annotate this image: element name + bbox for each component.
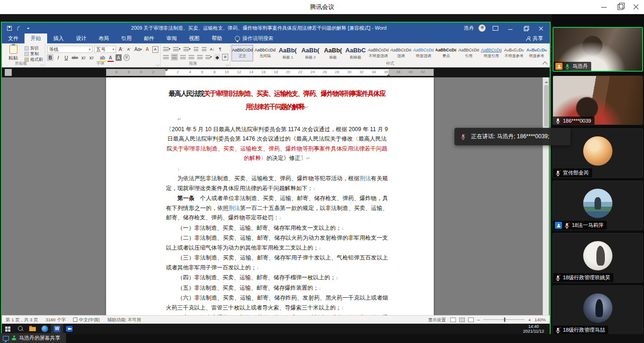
taskbar-meeting-icon[interactable]: [63, 324, 75, 334]
word-close-button[interactable]: [536, 25, 546, 32]
ribbon-tab-引用[interactable]: 引用: [115, 33, 138, 43]
ribbon-tab-审阅[interactable]: 审阅: [160, 33, 183, 43]
account-name[interactable]: 浩丹: [464, 25, 474, 32]
multilevel-list-button[interactable]: ▾: [183, 46, 191, 52]
cut-button[interactable]: 剪切: [25, 46, 43, 51]
word-count[interactable]: 3180 个字: [42, 316, 70, 324]
ribbon-tab-设计[interactable]: 设计: [70, 33, 92, 43]
ribbon-tab-布局[interactable]: 布局: [92, 33, 115, 43]
phonetic-guide-button[interactable]: A: [152, 46, 158, 53]
account-avatar[interactable]: [479, 25, 486, 32]
style-正文[interactable]: AaBbCcDd正文: [231, 45, 253, 61]
undo-icon[interactable]: [16, 25, 22, 31]
style-标题[interactable]: AaBb(标题: [322, 45, 344, 61]
shading-button[interactable]: ◆: [214, 54, 220, 60]
participant-tile-18法一马莉萍[interactable]: 18法一马莉萍: [553, 181, 643, 230]
style-强调[interactable]: AaBbCcDd强调: [390, 45, 412, 61]
word-minimize-button[interactable]: [505, 25, 516, 32]
style-不明显强调[interactable]: AaBbCcDd不明显强调: [367, 45, 389, 61]
ribbon-tab-开始[interactable]: 开始: [25, 33, 47, 43]
tell-me-search[interactable]: 操作说明搜索: [235, 33, 273, 43]
zoom-out-button[interactable]: −: [477, 317, 480, 323]
participant-tile-186****0039[interactable]: 186****0039: [553, 75, 643, 125]
paragraph-dialog-launcher[interactable]: [226, 63, 230, 67]
show-marks-button[interactable]: ¶: [217, 46, 223, 52]
change-case-button[interactable]: Aa▾: [134, 46, 142, 53]
underline-button[interactable]: U: [63, 54, 69, 61]
style-引用[interactable]: AaBbCcDd引用: [458, 45, 479, 61]
display-settings-button[interactable]: 显示设置: [427, 316, 447, 324]
read-mode-view-button[interactable]: [450, 318, 456, 322]
zoom-slider[interactable]: [483, 319, 525, 320]
taskbar-search-icon[interactable]: [14, 324, 26, 334]
sort-button[interactable]: A↓: [209, 46, 215, 52]
grow-font-button[interactable]: Aˆ: [118, 46, 124, 53]
taskbar-folder-icon[interactable]: [26, 324, 39, 334]
decrease-indent-button[interactable]: [193, 46, 199, 52]
font-color-button[interactable]: A: [107, 54, 114, 61]
close-button[interactable]: [628, 0, 644, 14]
style-标题 1[interactable]: AaBb(标题 1: [277, 45, 298, 61]
style-明显引用[interactable]: AaBbCcDd明显引用: [480, 45, 502, 61]
bold-button[interactable]: B: [47, 54, 53, 61]
horizontal-ruler[interactable]: 8642246810121416182022242628303234363840…: [106, 69, 434, 76]
page-indicator[interactable]: 第 1 页，共 3 页: [2, 316, 42, 324]
copy-button[interactable]: 复制: [25, 51, 43, 57]
vertical-scrollbar[interactable]: [543, 77, 549, 315]
save-icon[interactable]: [7, 25, 12, 31]
print-layout-view-button[interactable]: [459, 318, 465, 322]
accessibility-status[interactable]: 辅助功能: 不可用: [104, 316, 145, 324]
align-left-button[interactable]: [163, 54, 169, 60]
hyperlink-text[interactable]: 刑法: [360, 175, 371, 182]
paste-button[interactable]: 粘贴: [4, 45, 23, 61]
taskbar-word-icon[interactable]: [51, 324, 63, 334]
document-page[interactable]: 最高人民法院关于审理非法制造、买卖、运输枪支、弹药、爆炸物等刑事案件具体应用法律…: [106, 77, 434, 315]
scrollbar-thumb[interactable]: [544, 85, 548, 126]
borders-button[interactable]: ⊞: [222, 54, 228, 60]
ribbon-tab-帮助[interactable]: 帮助: [206, 33, 228, 43]
taskbar-clock[interactable]: 14:40 2021/11/12: [523, 324, 550, 334]
ribbon-tab-视图[interactable]: 视图: [183, 33, 206, 43]
ribbon-display-options-icon[interactable]: [490, 25, 501, 32]
qat-dropdown-icon[interactable]: [25, 25, 31, 31]
clipboard-dialog-launcher[interactable]: [41, 63, 44, 67]
shrink-font-button[interactable]: Aˇ: [126, 46, 132, 53]
hyperlink-text[interactable]: 刑法: [229, 205, 240, 211]
clear-formatting-button[interactable]: A: [144, 46, 150, 53]
zoom-level[interactable]: 140%: [535, 317, 546, 322]
participant-tile-18级行政管理班姚昊[interactable]: 18级行政管理班姚昊: [553, 233, 643, 283]
font-size-combobox[interactable]: 五号▾: [94, 46, 116, 53]
font-dialog-launcher[interactable]: [156, 63, 159, 67]
first-line-indent-marker[interactable]: [165, 69, 168, 73]
font-family-combobox[interactable]: 等线▾: [47, 46, 92, 53]
taskbar-edge-icon[interactable]: [39, 324, 51, 334]
zoom-in-button[interactable]: +: [528, 317, 531, 323]
style-副标题[interactable]: AaBbC副标题: [345, 45, 366, 61]
share-button[interactable]: 共享: [520, 33, 550, 43]
style-无间隔[interactable]: AaBbCcDd无间隔: [254, 45, 276, 61]
distribute-button[interactable]: [197, 54, 203, 60]
justify-button[interactable]: [188, 54, 195, 60]
align-right-button[interactable]: [180, 54, 186, 60]
subscript-button[interactable]: x2: [81, 54, 87, 61]
minimize-button[interactable]: [596, 0, 612, 14]
highlight-color-button[interactable]: ab: [99, 54, 106, 61]
word-restore-button[interactable]: [520, 25, 531, 32]
superscript-button[interactable]: x2: [89, 54, 95, 61]
style-要点[interactable]: AaBbCcDd要点: [435, 45, 457, 61]
proofing-status[interactable]: 中文(中国): [69, 316, 103, 324]
align-center-button[interactable]: [171, 54, 178, 60]
style-标题 2[interactable]: AaBb(标题 2: [299, 45, 321, 61]
italic-button[interactable]: I: [55, 54, 61, 61]
strikethrough-button[interactable]: abc: [71, 54, 79, 61]
bullets-button[interactable]: ▾: [163, 46, 171, 52]
style-明显强调[interactable]: AaBbCcDd明显强调: [413, 45, 434, 61]
character-shading-button[interactable]: A: [116, 54, 122, 61]
increase-indent-button[interactable]: [201, 46, 207, 52]
numbering-button[interactable]: ▾: [173, 46, 181, 52]
participant-tile-马浩丹[interactable]: 马浩丹: [553, 27, 643, 72]
enclose-characters-button[interactable]: 字: [124, 54, 130, 61]
maximize-button[interactable]: [612, 0, 628, 14]
ribbon-tab-邮件[interactable]: 邮件: [138, 33, 160, 43]
scroll-up-icon[interactable]: [545, 79, 548, 83]
